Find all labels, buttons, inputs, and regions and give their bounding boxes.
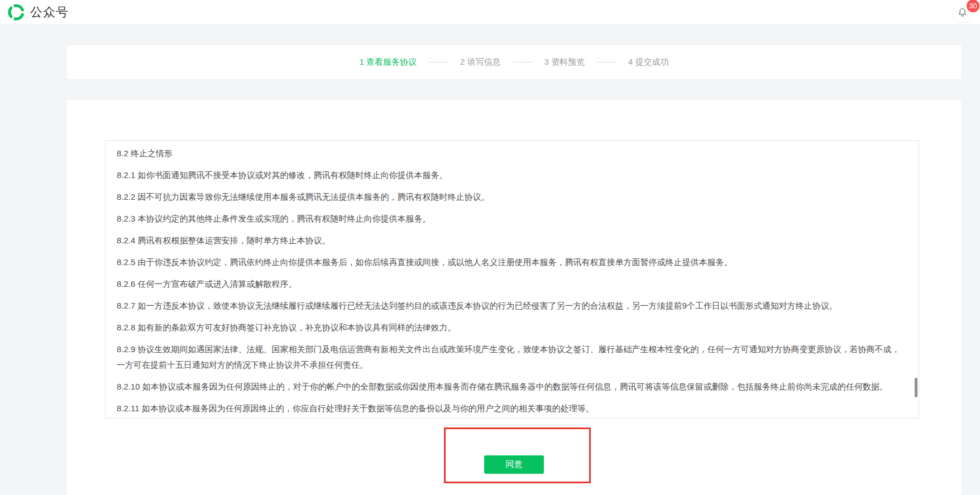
scrollbar-thumb[interactable] [915,378,917,397]
agreement-paragraph: 8.2.11 如本协议或本服务因为任何原因终止的，你应自行处理好关于数据等信息的… [117,401,907,416]
notification-bell-button[interactable]: 30 [952,2,973,23]
notification-badge: 30 [967,0,979,12]
step-connector [597,62,616,63]
agreement-paragraph: 8.2.9 协议生效期间如遇国家法律、法规、国家相关部门及电信运营商有新相关文件… [117,342,907,373]
agreement-paragraph: 8.2.5 由于你违反本协议约定，腾讯依约终止向你提供本服务后，如你后续再直接或… [117,254,907,270]
agreement-paragraph: 8.2.6 任何一方宣布破产或进入清算或解散程序。 [117,276,907,292]
step-connector [429,62,448,63]
agreement-paragraph: 8.2.10 如本协议或本服务因为任何原因终止的，对于你的帐户中的全部数据或你因… [117,379,907,395]
agreement-scroll-area[interactable]: 8.2 终止之情形 8.2.1 如你书面通知腾讯不接受本协议或对其的修改，腾讯有… [105,140,919,419]
agreement-paragraph: 8.2.8 如有新的条款双方可友好协商签订补充协议，补充协议和本协议具有同样的法… [117,320,907,335]
brand-title: 公众号 [30,4,69,21]
agree-button[interactable]: 同意 [484,455,544,474]
step-view-agreement: 1 查看服务协议 [359,57,417,68]
brand: 公众号 [8,4,69,21]
agreement-card: 8.2 终止之情形 8.2.1 如你书面通知腾讯不接受本协议或对其的修改，腾讯有… [67,100,961,495]
agreement-paragraph: 8.2.4 腾讯有权根据整体运营安排，随时单方终止本协议。 [117,233,907,248]
step-connector [513,62,532,63]
bell-icon [957,7,968,18]
top-header: 公众号 30 [0,0,980,25]
wechat-official-account-logo-icon [8,4,25,21]
agreement-paragraph: 8.2.3 本协议约定的其他终止条件发生或实现的，腾讯有权随时终止向你提供本服务… [117,211,907,227]
agreement-paragraph: 8.2.7 如一方违反本协议，致使本协议无法继续履行或继续履行已经无法达到签约目… [117,298,907,314]
agreement-section-heading: 8.2 终止之情形 [117,146,907,161]
step-material-preview: 3 资料预览 [544,57,585,68]
progress-stepper: 1 查看服务协议 2 填写信息 3 资料预览 4 提交成功 [67,45,961,79]
agreement-paragraph: 8.2.1 如你书面通知腾讯不接受本协议或对其的修改，腾讯有权随时终止向你提供本… [117,167,907,183]
step-fill-info: 2 填写信息 [460,57,501,68]
agreement-paragraph: 8.2.2 因不可抗力因素导致你无法继续使用本服务或腾讯无法提供本服务的，腾讯有… [117,189,907,205]
step-submit-success: 4 提交成功 [628,57,669,68]
